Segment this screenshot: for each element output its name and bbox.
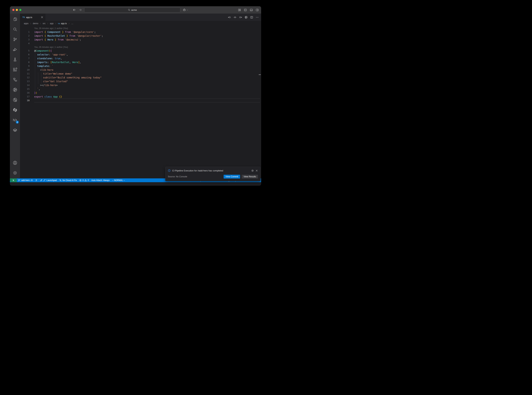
launchpad-item[interactable]: Launchpad [39, 178, 58, 182]
view-results-button[interactable]: View Results [242, 175, 258, 179]
account-icon [13, 161, 17, 165]
activity-item-gitlens-inspect[interactable] [11, 95, 19, 104]
code-line-5: 5@Component({ [20, 49, 261, 53]
primary-sidebar-icon[interactable] [244, 9, 247, 11]
activity-item-gitlens[interactable] [11, 85, 19, 94]
source-control-icon [13, 37, 17, 42]
prev-change-icon[interactable] [228, 16, 231, 19]
git-graph-item[interactable] [34, 178, 39, 182]
code-line-7: 7 standalone: true, [20, 56, 261, 60]
activity-item-testing[interactable] [11, 55, 19, 64]
activity-item-search[interactable] [11, 25, 19, 34]
activity-item-accounts[interactable] [11, 158, 19, 167]
layout-controls [238, 9, 259, 11]
activity-item-extensions[interactable] [11, 65, 19, 74]
activity-item-settings[interactable] [11, 168, 19, 177]
notification-source: Source: Nx Console [168, 176, 222, 178]
current-line-highlight [34, 99, 260, 102]
info-icon [168, 169, 171, 172]
tab-bar: TS app.ts [20, 14, 261, 21]
close-tab-icon[interactable] [41, 16, 43, 19]
split-editor-icon[interactable] [250, 16, 253, 19]
line-number: 5 [20, 49, 30, 53]
auto-attach-item[interactable]: Auto Attach: Always [90, 178, 111, 182]
arrow-right-icon[interactable] [79, 8, 82, 11]
minimize-window-button[interactable] [16, 9, 18, 11]
tab-label: app.ts [26, 16, 32, 19]
code-line-16: 16}) [20, 91, 261, 95]
gitlens-graph-icon[interactable] [245, 16, 247, 19]
rocket-icon [40, 179, 43, 181]
secondary-sidebar-icon[interactable] [256, 9, 259, 11]
changes-icon[interactable] [233, 16, 236, 19]
editor-actions [228, 14, 261, 21]
command-center-search[interactable]: acme [84, 7, 180, 12]
notification-close-icon[interactable] [255, 169, 258, 172]
line-number: 15 [20, 87, 30, 91]
structure-icon [13, 77, 17, 82]
activity-item-explorer[interactable] [11, 15, 19, 24]
search-icon [13, 27, 17, 32]
breadcrumb-item[interactable]: TSapp.ts [58, 22, 67, 25]
breadcrumb-item[interactable]: apps [24, 22, 28, 25]
breadcrumb-item[interactable]: src [43, 22, 46, 25]
line-number: 10 [20, 68, 30, 72]
breadcrumb-item[interactable]: demo [33, 22, 38, 25]
notification-toast: CI Pipeline Execution for #add-hero has … [165, 167, 261, 181]
line-number: 11 [20, 72, 30, 76]
vim-mode-item[interactable]: -- NORMAL -- [111, 178, 126, 182]
search-icon [128, 9, 130, 11]
activity-item-containers[interactable] [11, 126, 19, 135]
title-bar: acme [10, 6, 261, 14]
customize-layout-icon[interactable] [238, 9, 241, 11]
close-window-button[interactable] [12, 9, 14, 11]
typescript-file-icon: TS [22, 16, 25, 18]
gitlens-icon [13, 88, 17, 92]
code-line-4: 4 [20, 42, 261, 45]
nx-cloud-ai-fix-item[interactable]: Nx Cloud AI Fix [58, 178, 78, 182]
remote-icon [12, 179, 15, 181]
problems-item[interactable]: 00 [78, 178, 90, 182]
error-icon [79, 179, 82, 181]
code-line-12: 12 subtitle="Build something amazing tod… [20, 76, 261, 79]
panel-icon[interactable] [250, 9, 253, 11]
activity-item-run-and-debug[interactable] [11, 45, 19, 54]
code-line-13: 13 cta="Get Started" [20, 79, 261, 83]
activity-item-nx-console[interactable]: 2 [11, 115, 19, 125]
next-change-icon[interactable] [239, 16, 242, 19]
line-number: 2 [20, 34, 30, 38]
remote-indicator[interactable] [10, 178, 17, 182]
activity-item-edge-tools[interactable] [11, 105, 19, 115]
more-actions-icon[interactable] [256, 16, 259, 19]
code-line-15: 15 `, [20, 87, 261, 91]
code-line-2: 2import { RouterOutlet } from '@angular/… [20, 34, 261, 38]
code-editor[interactable]: You, 26 minutes ago | 1 author (You)1imp… [20, 26, 261, 178]
indent-guide [38, 72, 38, 84]
indent-guide [41, 72, 41, 84]
activity-item-project-structure[interactable] [11, 75, 19, 84]
breadcrumb-item[interactable]: app [50, 22, 54, 25]
line-number: 13 [20, 79, 30, 83]
zoom-window-button[interactable] [19, 9, 21, 11]
breadcrumb-item[interactable]: … [71, 22, 74, 25]
activity-item-source-control[interactable] [11, 35, 19, 44]
git-graph-icon [35, 179, 38, 181]
view-commit-button[interactable]: View Commit [224, 175, 240, 179]
window-controls [12, 9, 21, 11]
tab-app-ts[interactable]: TS app.ts [20, 14, 45, 21]
code-line-17: 17export class App {} [20, 95, 261, 99]
beaker-icon [13, 57, 17, 62]
debug-icon [13, 47, 17, 52]
copilot-menu[interactable] [183, 8, 188, 11]
gear-icon [13, 171, 17, 175]
code-line-9: 9 template: ` [20, 64, 261, 68]
badge: 2 [16, 121, 19, 124]
search-value: acme [131, 9, 137, 11]
activity-bar: 2 [10, 14, 20, 178]
arrow-left-icon[interactable] [73, 8, 76, 11]
notification-settings-icon[interactable] [251, 169, 254, 172]
git-branch-icon [18, 179, 21, 181]
code-line-14: 14 ></lib-hero> [20, 83, 261, 87]
git-branch-item[interactable]: add-hero [17, 178, 34, 182]
breadcrumb: appsdemosrcappTSapp.ts… [20, 21, 261, 26]
